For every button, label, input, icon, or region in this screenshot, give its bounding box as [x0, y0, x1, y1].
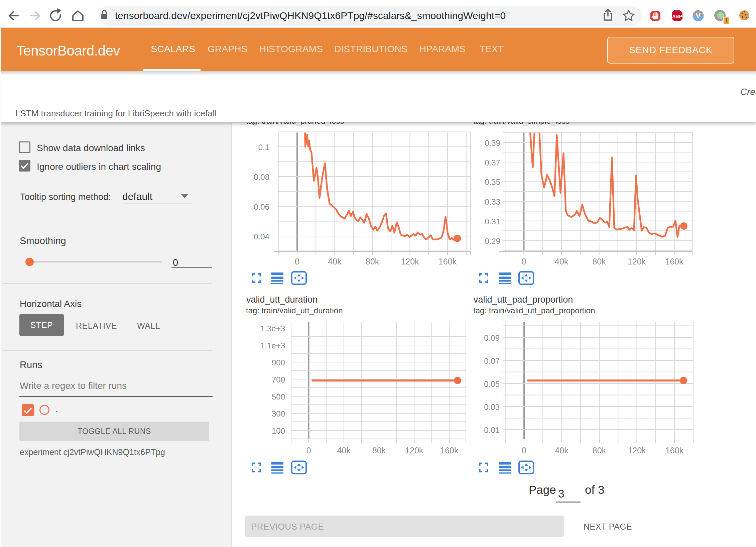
- svg-text:tensorboard.dev/experiment/cj2: tensorboard.dev/experiment/cj2vtPiwQHKN9…: [115, 10, 506, 21]
- svg-text:ABP: ABP: [672, 14, 682, 19]
- svg-text:1: 1: [725, 18, 728, 23]
- svg-text:V: V: [696, 11, 701, 20]
